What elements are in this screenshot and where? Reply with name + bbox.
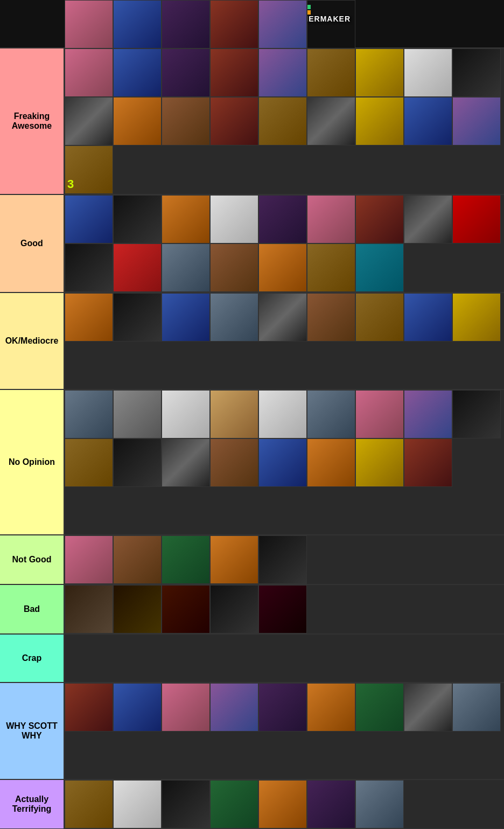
list-item <box>65 390 113 438</box>
list-item <box>210 390 258 438</box>
header-cell-2 <box>113 0 162 48</box>
tier-content-crap <box>65 635 504 682</box>
tier-row-actually-terrifying: Actually Terrifying <box>0 780 504 829</box>
tier-label-why-scott: WHY SCOTT WHY <box>0 683 65 779</box>
list-item <box>404 438 452 487</box>
tier-content-good <box>65 195 504 292</box>
list-item <box>65 195 113 243</box>
list-item <box>355 780 404 828</box>
list-item <box>307 48 355 97</box>
header-content: TIERMAKER <box>65 0 504 47</box>
list-item <box>162 585 210 633</box>
list-item <box>452 683 501 732</box>
list-item <box>452 293 501 342</box>
header-img-4 <box>211 1 258 48</box>
list-item <box>355 390 404 438</box>
header-cell-3 <box>162 0 210 48</box>
tier-content-why-scott <box>65 683 504 779</box>
list-item <box>113 535 162 584</box>
list-item <box>355 48 404 97</box>
list-item <box>452 97 501 145</box>
list-item <box>452 195 501 243</box>
list-item <box>404 195 452 243</box>
list-item <box>404 48 452 97</box>
header-cell-6: TIERMAKER <box>307 0 355 48</box>
list-item <box>65 293 113 342</box>
list-item <box>113 780 162 828</box>
list-item <box>113 195 162 243</box>
list-item <box>162 293 210 342</box>
list-item <box>210 243 258 292</box>
list-item <box>307 243 355 292</box>
list-item <box>307 293 355 342</box>
list-item <box>307 195 355 243</box>
list-item <box>452 390 501 438</box>
list-item <box>210 195 258 243</box>
list-item <box>162 48 210 97</box>
tier-label-freaking-awesome: Freaking Awesome <box>0 48 65 194</box>
list-item <box>113 683 162 732</box>
tier-label-good: Good <box>0 195 65 292</box>
list-item <box>162 683 210 732</box>
list-item <box>113 390 162 438</box>
list-item <box>65 438 113 487</box>
list-item <box>258 97 307 145</box>
list-item <box>258 293 307 342</box>
tier-content-actually-terrifying <box>65 780 504 828</box>
list-item <box>113 585 162 633</box>
list-item <box>162 97 210 145</box>
tier-row-bad: Bad <box>0 585 504 635</box>
tier-row-no-opinion: No Opinion <box>0 390 504 535</box>
list-item <box>65 48 113 97</box>
list-item <box>258 243 307 292</box>
list-item <box>113 293 162 342</box>
tier-row-ok: OK/Mediocre <box>0 293 504 390</box>
list-item <box>210 48 258 97</box>
tier-content-freaking-awesome: 3 <box>65 48 504 194</box>
list-item <box>210 683 258 732</box>
list-item <box>210 438 258 487</box>
tier-list: TIERMAKER Freaking Awesome <box>0 0 504 829</box>
header-cell-5 <box>258 0 307 48</box>
list-item <box>210 293 258 342</box>
list-item <box>113 48 162 97</box>
list-item <box>162 390 210 438</box>
header-label-space <box>0 0 65 47</box>
tier-content-no-opinion <box>65 390 504 534</box>
list-item <box>65 683 113 732</box>
tier-row-crap: Crap <box>0 635 504 683</box>
list-item <box>210 535 258 584</box>
list-item <box>65 780 113 828</box>
header-img-2 <box>114 1 161 48</box>
tier-content-ok <box>65 293 504 389</box>
list-item <box>113 97 162 145</box>
tiermaker-logo: TIERMAKER <box>307 5 351 23</box>
tier-content-bad <box>65 585 504 633</box>
list-item <box>355 293 404 342</box>
list-item <box>307 683 355 732</box>
list-item <box>65 535 113 584</box>
list-item <box>307 97 355 145</box>
header-row: TIERMAKER <box>0 0 504 48</box>
list-item <box>113 243 162 292</box>
list-item <box>404 683 452 732</box>
list-item <box>258 438 307 487</box>
list-item <box>404 390 452 438</box>
header-img-3 <box>162 1 209 48</box>
list-item <box>307 780 355 828</box>
header-cell-4 <box>210 0 258 48</box>
list-item <box>355 97 404 145</box>
tier-label-crap: Crap <box>0 635 65 682</box>
tier-row-why-scott: WHY SCOTT WHY <box>0 683 504 780</box>
list-item <box>210 585 258 633</box>
list-item <box>210 97 258 145</box>
list-item <box>65 243 113 292</box>
header-img-1 <box>65 1 113 48</box>
list-item <box>65 585 113 633</box>
list-item <box>65 97 113 145</box>
tier-row-good: Good <box>0 195 504 293</box>
list-item <box>162 438 210 487</box>
list-item <box>307 390 355 438</box>
tier-label-ok: OK/Mediocre <box>0 293 65 389</box>
list-item: 3 <box>65 145 113 194</box>
